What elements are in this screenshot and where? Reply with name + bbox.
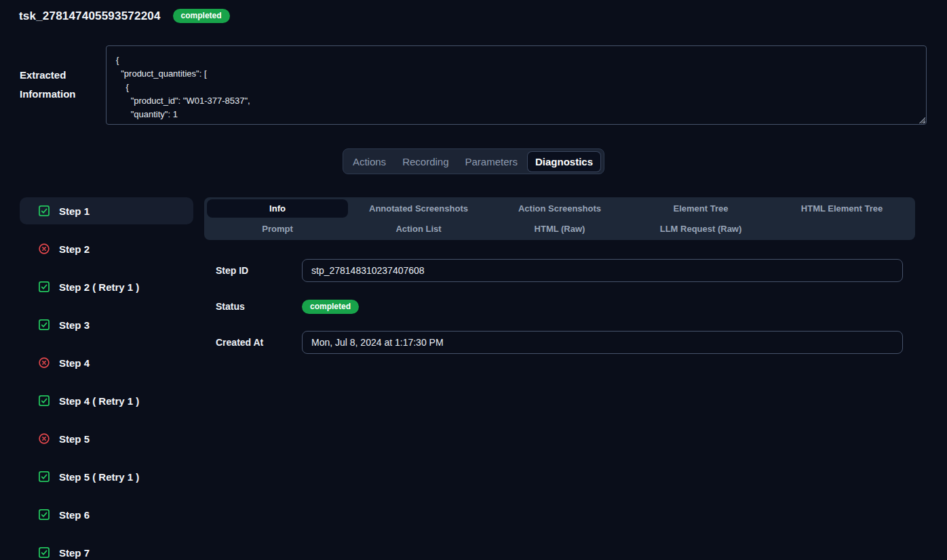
check-square-icon (38, 471, 50, 483)
tab-actions[interactable]: Actions (347, 153, 392, 171)
x-circle-icon (38, 357, 50, 369)
step-list-item-4-retry-1[interactable]: Step 4 ( Retry 1 ) (20, 387, 193, 414)
step-label: Step 4 (59, 357, 90, 369)
step-id-input[interactable] (302, 259, 903, 282)
step-label: Step 2 (59, 243, 90, 255)
step-list: Step 1 Step 2 Step 2 ( Retry 1 ) Step 3 … (20, 197, 193, 560)
check-square-icon (38, 205, 50, 217)
check-square-icon (38, 546, 50, 559)
task-id-title: tsk_278147405593572204 (19, 9, 161, 23)
step-list-item-4[interactable]: Step 4 (20, 349, 193, 376)
step-list-item-6[interactable]: Step 6 (20, 501, 193, 528)
created-at-label: Created At (216, 337, 302, 348)
task-status-badge: completed (173, 9, 230, 23)
step-label: Step 6 (59, 509, 90, 521)
extracted-information-section: Extracted Information { "product_quantit… (20, 45, 927, 125)
step-list-item-5[interactable]: Step 5 (20, 425, 193, 452)
main-tabs-row: Actions Recording Parameters Diagnostics (0, 148, 947, 174)
subtab-action-screenshots[interactable]: Action Screenshots (489, 199, 630, 218)
status-row: Status completed (216, 295, 915, 318)
step-list-item-3[interactable]: Step 3 (20, 311, 193, 338)
tab-recording[interactable]: Recording (396, 153, 455, 171)
step-list-item-5-retry-1[interactable]: Step 5 ( Retry 1 ) (20, 463, 193, 490)
extracted-information-label: Extracted Information (20, 45, 106, 125)
content-area: Step 1 Step 2 Step 2 ( Retry 1 ) Step 3 … (20, 197, 947, 560)
check-square-icon (38, 508, 50, 521)
subtab-llm-request-raw[interactable]: LLM Request (Raw) (630, 220, 771, 238)
subtab-html-raw[interactable]: HTML (Raw) (489, 220, 630, 238)
info-fields: Step ID Status completed Created At (216, 259, 915, 354)
subtab-prompt[interactable]: Prompt (207, 220, 348, 238)
step-label: Step 2 ( Retry 1 ) (59, 281, 139, 293)
tab-parameters[interactable]: Parameters (459, 153, 524, 171)
step-id-label: Step ID (216, 265, 302, 276)
created-at-input[interactable] (302, 331, 903, 354)
x-circle-icon (38, 433, 50, 445)
extracted-information-textarea[interactable]: { "product_quantities": [ { "product_id"… (106, 45, 927, 125)
check-square-icon (38, 395, 50, 407)
subtab-element-tree[interactable]: Element Tree (630, 199, 771, 218)
check-square-icon (38, 319, 50, 331)
step-list-item-2-retry-1[interactable]: Step 2 ( Retry 1 ) (20, 273, 193, 300)
check-square-icon (38, 281, 50, 293)
step-list-item-2[interactable]: Step 2 (20, 235, 193, 262)
status-label: Status (216, 301, 302, 312)
created-at-row: Created At (216, 331, 915, 354)
step-label: Step 3 (59, 319, 90, 331)
step-list-item-7[interactable]: Step 7 (20, 539, 193, 560)
x-circle-icon (38, 243, 50, 255)
subtab-annotated-screenshots[interactable]: Annotated Screenshots (348, 199, 489, 218)
diagnostics-panel: Info Annotated Screenshots Action Screen… (204, 197, 915, 560)
extracted-information-textarea-wrap: { "product_quantities": [ { "product_id"… (106, 45, 927, 125)
step-label: Step 4 ( Retry 1 ) (59, 395, 139, 407)
step-label: Step 1 (59, 205, 90, 217)
subtab-action-list[interactable]: Action List (348, 220, 489, 238)
tab-diagnostics[interactable]: Diagnostics (528, 152, 600, 172)
step-label: Step 5 (59, 433, 90, 445)
step-label: Step 7 (59, 547, 90, 559)
step-id-row: Step ID (216, 259, 915, 282)
diagnostics-sub-tab-bar: Info Annotated Screenshots Action Screen… (204, 197, 915, 240)
main-tab-bar: Actions Recording Parameters Diagnostics (343, 148, 604, 174)
header: tsk_278147405593572204 completed (0, 0, 947, 23)
subtab-html-element-tree[interactable]: HTML Element Tree (771, 199, 912, 218)
step-status-badge: completed (302, 300, 359, 314)
step-list-item-1[interactable]: Step 1 (20, 197, 193, 224)
subtab-info[interactable]: Info (207, 199, 348, 218)
step-label: Step 5 ( Retry 1 ) (59, 471, 139, 483)
